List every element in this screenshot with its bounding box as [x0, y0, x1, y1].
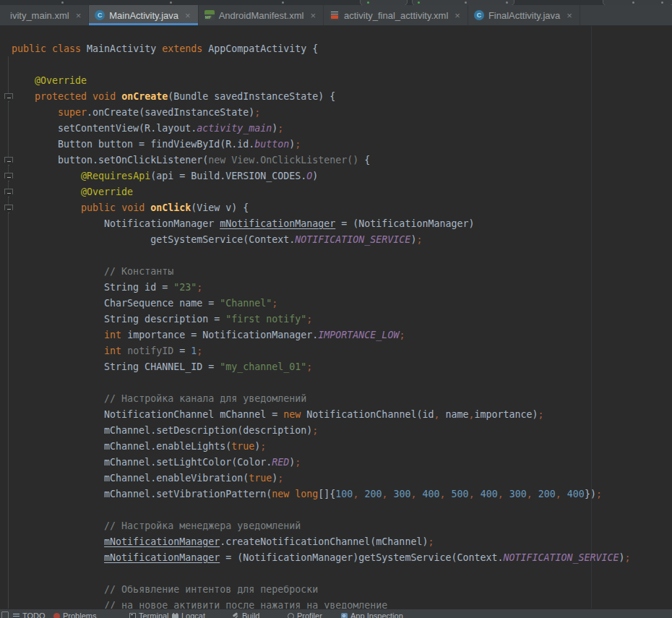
code-line: public class MainActivity extends AppCom… [12, 41, 631, 57]
toolbar-dot [465, 1, 467, 4]
toolwindow-label: Build [242, 611, 259, 618]
toolwindow-button-logcat[interactable]: Logcat [172, 611, 205, 618]
toolwindow-switcher-icon[interactable] [1, 611, 9, 618]
code-line: CharSequence name = "Channel"; [12, 296, 631, 312]
tab-label: FinalActtivity.java [488, 10, 560, 21]
tab-finalacttivity-java[interactable]: CFinalActtivity.java× [468, 5, 580, 25]
code-line: String id = "23"; [12, 280, 631, 296]
tab-activity-final-acttivity-xml[interactable]: activity_final_acttivity.xml× [324, 5, 468, 25]
toolwindow-button-build[interactable]: Build [233, 611, 259, 618]
code-line: mChannel.setLightColor(Color.RED); [12, 455, 631, 471]
code-line: protected void onCreate(Bundle savedInst… [12, 89, 631, 105]
toolbar-dot [170, 1, 172, 4]
class-icon: C [95, 10, 105, 20]
build-icon [233, 613, 239, 618]
editor-tab-bar: ivity_main.xml×CMainActivity.java×MFAndr… [0, 5, 672, 26]
code-line: super.onCreate(savedInstanceState); [12, 105, 631, 121]
code-line: String CHANNEL_ID = "my_channel_01"; [12, 359, 631, 375]
tab-label: activity_final_acttivity.xml [344, 10, 448, 21]
code-line: mNotificationManager.createNotificationC… [12, 534, 631, 550]
code-line: // Настройка канала для уведомлений [12, 391, 631, 407]
toolwindow-button-terminal[interactable]: Terminal [129, 611, 169, 618]
tab-androidmanifest-xml[interactable]: MFAndroidManifest.xml× [199, 5, 324, 25]
logcat-icon [172, 613, 178, 618]
toolwindow-label: Problems [63, 611, 96, 618]
manifest-icon: MF [204, 10, 215, 20]
code-line: @Override [12, 184, 631, 200]
code-line: mChannel.setVibrationPattern(new long[]{… [12, 486, 631, 502]
code-line: // Настройка менеджера уведомлений [12, 518, 631, 534]
toolwindow-button-problems[interactable]: Problems [53, 611, 96, 618]
code-line: // Константы [12, 264, 631, 280]
toolbar-dot [661, 1, 663, 4]
toolbar-dot [61, 1, 64, 4]
todo-icon [13, 614, 20, 618]
toolwindow-bar: TODOProblemsTerminalLogcatBuildProfilerA… [0, 609, 672, 618]
tab-label: AndroidManifest.xml [219, 10, 304, 21]
code-line: int importance = NotificationManager.IMP… [12, 327, 631, 343]
close-icon[interactable]: × [455, 11, 460, 20]
terminal-icon [129, 613, 136, 618]
tab-activity-main-xml[interactable]: ivity_main.xml× [0, 5, 89, 25]
code-line: @Override [12, 73, 631, 89]
main-toolbar-strip [0, 0, 672, 5]
toolwindow-label: Terminal [139, 611, 169, 618]
device-selector-widget[interactable] [412, 0, 514, 5]
code-line: button.setOnClickListener(new View.OnCli… [12, 153, 631, 168]
code-line: int notifyID = 1; [12, 343, 631, 359]
code-line: // Обьявление интентов для переброски [12, 582, 631, 598]
code-line: public void onClick(View v) { [12, 200, 631, 216]
toolwindow-label: TODO [22, 611, 46, 618]
code-line: String description = "first notify"; [12, 312, 631, 327]
tab-label: ivity_main.xml [10, 10, 69, 21]
toolbar-dot [506, 1, 508, 4]
run-icon [418, 1, 420, 4]
code-line [12, 57, 631, 73]
code-line: NotificationManager mNotificationManager… [12, 216, 631, 232]
toolbar-dot [282, 1, 284, 4]
code-line: mChannel.setDescription(description); [12, 423, 631, 439]
toolwindow-label: App Inspection [350, 611, 403, 618]
close-icon[interactable]: × [310, 11, 316, 20]
code-line [12, 566, 631, 582]
code-area: public class MainActivity extends AppCom… [12, 41, 631, 614]
code-line [12, 375, 631, 391]
tab-mainactivity-java[interactable]: CMainActivity.java× [89, 5, 198, 25]
tab-label: MainActivity.java [109, 10, 178, 21]
profiler-icon [288, 613, 294, 618]
toolwindow-label: Logcat [181, 611, 205, 618]
code-line [12, 248, 631, 264]
close-icon[interactable]: × [185, 11, 191, 20]
code-line: NotificationChannel mChannel = new Notif… [12, 407, 631, 423]
class-icon: C [474, 10, 484, 20]
code-line: getSystemService(Context.NOTIFICATION_SE… [12, 232, 631, 248]
code-line: mChannel.enableLights(true); [12, 439, 631, 455]
code-line: mNotificationManager = (NotificationMana… [12, 550, 631, 566]
code-line: @RequiresApi(api = Build.VERSION_CODES.O… [12, 168, 631, 184]
fold-guide-line [8, 56, 9, 618]
close-icon[interactable]: × [567, 11, 572, 20]
android-studio-window: ivity_main.xml×CMainActivity.java×MFAndr… [0, 0, 672, 618]
toolwindow-button-todo[interactable]: TODO [13, 611, 46, 618]
code-line: mChannel.enableVibration(true); [12, 471, 631, 486]
toolwindow-button-profiler[interactable]: Profiler [288, 611, 322, 618]
toolwindow-label: Profiler [297, 611, 322, 618]
close-icon[interactable]: × [76, 11, 82, 20]
code-line: Button button = findViewById(R.id.button… [12, 137, 631, 153]
problems-icon [53, 613, 60, 618]
inspection-icon [341, 613, 348, 618]
layout-icon [329, 10, 340, 20]
toolwindow-button-app-inspection[interactable]: App Inspection [341, 611, 403, 618]
run-icon [367, 1, 369, 4]
code-line: setContentView(R.layout.activity_main); [12, 121, 631, 137]
code-line [12, 502, 631, 518]
code-editor[interactable]: public class MainActivity extends AppCom… [0, 26, 672, 618]
toolbar-dot [632, 1, 634, 4]
